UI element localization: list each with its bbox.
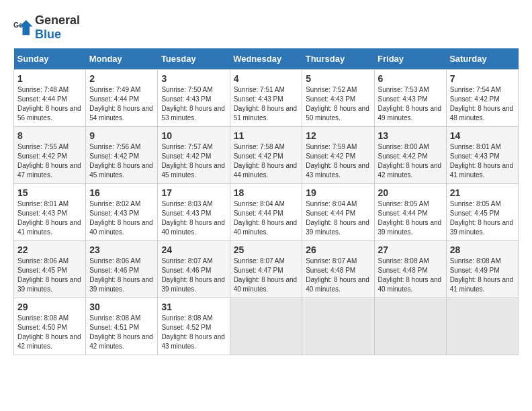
day-header-thursday: Thursday: [302, 48, 374, 70]
day-number: 10: [161, 130, 226, 141]
table-row: 7Sunrise: 7:54 AMSunset: 4:42 PMDaylight…: [446, 70, 518, 127]
day-number: 27: [378, 244, 443, 255]
day-info: Sunrise: 7:58 AMSunset: 4:42 PMDaylight:…: [234, 143, 298, 179]
table-row: 18Sunrise: 8:04 AMSunset: 4:44 PMDayligh…: [230, 184, 302, 241]
day-info: Sunrise: 8:04 AMSunset: 4:44 PMDaylight:…: [306, 200, 369, 236]
calendar-week-2: 8Sunrise: 7:55 AMSunset: 4:42 PMDaylight…: [14, 127, 519, 184]
day-info: Sunrise: 7:48 AMSunset: 4:44 PMDaylight:…: [17, 86, 81, 122]
day-info: Sunrise: 7:57 AMSunset: 4:42 PMDaylight:…: [161, 143, 225, 179]
day-info: Sunrise: 7:55 AMSunset: 4:42 PMDaylight:…: [17, 143, 81, 179]
day-number: 2: [89, 73, 154, 84]
table-row: 4Sunrise: 7:51 AMSunset: 4:43 PMDaylight…: [230, 70, 302, 127]
day-number: 20: [378, 187, 443, 198]
day-info: Sunrise: 8:04 AMSunset: 4:44 PMDaylight:…: [234, 200, 298, 236]
day-info: Sunrise: 8:07 AMSunset: 4:46 PMDaylight:…: [161, 257, 225, 293]
day-header-tuesday: Tuesday: [158, 48, 230, 70]
logo-blue-text: Blue: [35, 28, 61, 41]
logo-icon: Gen: [13, 17, 34, 38]
day-number: 6: [378, 73, 443, 84]
logo: Gen General Blue: [13, 13, 80, 42]
day-header-friday: Friday: [374, 48, 446, 70]
table-row: 20Sunrise: 8:05 AMSunset: 4:44 PMDayligh…: [374, 184, 446, 241]
table-row: 26Sunrise: 8:07 AMSunset: 4:48 PMDayligh…: [302, 241, 374, 298]
table-row: 21Sunrise: 8:05 AMSunset: 4:45 PMDayligh…: [446, 184, 518, 241]
day-info: Sunrise: 8:08 AMSunset: 4:52 PMDaylight:…: [161, 314, 225, 350]
day-info: Sunrise: 8:07 AMSunset: 4:47 PMDaylight:…: [234, 257, 298, 293]
table-row: 24Sunrise: 8:07 AMSunset: 4:46 PMDayligh…: [158, 241, 230, 298]
day-info: Sunrise: 8:08 AMSunset: 4:48 PMDaylight:…: [378, 257, 442, 293]
day-number: 14: [450, 130, 515, 141]
day-number: 31: [161, 302, 226, 312]
day-number: 11: [234, 130, 299, 141]
calendar-week-1: 1Sunrise: 7:48 AMSunset: 4:44 PMDaylight…: [14, 70, 519, 127]
calendar-week-5: 29Sunrise: 8:08 AMSunset: 4:50 PMDayligh…: [14, 298, 519, 355]
day-info: Sunrise: 8:00 AMSunset: 4:42 PMDaylight:…: [378, 143, 442, 179]
day-number: 25: [234, 244, 299, 255]
table-row: 23Sunrise: 8:06 AMSunset: 4:46 PMDayligh…: [86, 241, 158, 298]
day-info: Sunrise: 8:01 AMSunset: 4:43 PMDaylight:…: [450, 143, 514, 179]
day-info: Sunrise: 8:08 AMSunset: 4:50 PMDaylight:…: [17, 314, 81, 350]
day-number: 4: [234, 73, 299, 84]
day-header-sunday: Sunday: [14, 48, 86, 70]
table-row: 12Sunrise: 7:59 AMSunset: 4:42 PMDayligh…: [302, 127, 374, 184]
day-number: 3: [161, 73, 226, 84]
table-row: 10Sunrise: 7:57 AMSunset: 4:42 PMDayligh…: [158, 127, 230, 184]
table-row: [230, 298, 302, 355]
calendar: SundayMondayTuesdayWednesdayThursdayFrid…: [13, 48, 519, 355]
day-number: 21: [450, 187, 515, 198]
calendar-week-3: 15Sunrise: 8:01 AMSunset: 4:43 PMDayligh…: [14, 184, 519, 241]
day-info: Sunrise: 8:03 AMSunset: 4:43 PMDaylight:…: [161, 200, 225, 236]
table-row: [446, 298, 518, 355]
table-row: 8Sunrise: 7:55 AMSunset: 4:42 PMDaylight…: [14, 127, 86, 184]
table-row: 25Sunrise: 8:07 AMSunset: 4:47 PMDayligh…: [230, 241, 302, 298]
day-info: Sunrise: 7:49 AMSunset: 4:44 PMDaylight:…: [89, 86, 153, 122]
day-header-monday: Monday: [86, 48, 158, 70]
day-info: Sunrise: 7:54 AMSunset: 4:42 PMDaylight:…: [450, 86, 514, 122]
table-row: 11Sunrise: 7:58 AMSunset: 4:42 PMDayligh…: [230, 127, 302, 184]
table-row: 17Sunrise: 8:03 AMSunset: 4:43 PMDayligh…: [158, 184, 230, 241]
day-info: Sunrise: 7:56 AMSunset: 4:42 PMDaylight:…: [89, 143, 153, 179]
table-row: 22Sunrise: 8:06 AMSunset: 4:45 PMDayligh…: [14, 241, 86, 298]
day-info: Sunrise: 7:51 AMSunset: 4:43 PMDaylight:…: [234, 86, 298, 122]
day-number: 28: [450, 244, 515, 255]
table-row: 31Sunrise: 8:08 AMSunset: 4:52 PMDayligh…: [158, 298, 230, 355]
table-row: [302, 298, 374, 355]
day-number: 23: [89, 244, 154, 255]
day-number: 22: [17, 244, 82, 255]
day-header-saturday: Saturday: [446, 48, 518, 70]
day-info: Sunrise: 8:06 AMSunset: 4:46 PMDaylight:…: [89, 257, 153, 293]
day-info: Sunrise: 8:07 AMSunset: 4:48 PMDaylight:…: [306, 257, 369, 293]
table-row: 1Sunrise: 7:48 AMSunset: 4:44 PMDaylight…: [14, 70, 86, 127]
day-number: 19: [306, 187, 370, 198]
table-row: 29Sunrise: 8:08 AMSunset: 4:50 PMDayligh…: [14, 298, 86, 355]
day-number: 9: [89, 130, 154, 141]
table-row: 14Sunrise: 8:01 AMSunset: 4:43 PMDayligh…: [446, 127, 518, 184]
day-number: 17: [161, 187, 226, 198]
table-row: 3Sunrise: 7:50 AMSunset: 4:43 PMDaylight…: [158, 70, 230, 127]
day-info: Sunrise: 8:05 AMSunset: 4:44 PMDaylight:…: [378, 200, 442, 236]
table-row: 28Sunrise: 8:08 AMSunset: 4:49 PMDayligh…: [446, 241, 518, 298]
day-info: Sunrise: 8:08 AMSunset: 4:51 PMDaylight:…: [89, 314, 153, 350]
table-row: 9Sunrise: 7:56 AMSunset: 4:42 PMDaylight…: [86, 127, 158, 184]
table-row: 27Sunrise: 8:08 AMSunset: 4:48 PMDayligh…: [374, 241, 446, 298]
day-header-wednesday: Wednesday: [230, 48, 302, 70]
day-number: 29: [17, 302, 82, 312]
table-row: 30Sunrise: 8:08 AMSunset: 4:51 PMDayligh…: [86, 298, 158, 355]
day-info: Sunrise: 7:52 AMSunset: 4:43 PMDaylight:…: [306, 86, 369, 122]
day-number: 30: [89, 302, 154, 312]
table-row: 13Sunrise: 8:00 AMSunset: 4:42 PMDayligh…: [374, 127, 446, 184]
table-row: 6Sunrise: 7:53 AMSunset: 4:43 PMDaylight…: [374, 70, 446, 127]
table-row: [374, 298, 446, 355]
logo-text: General: [35, 13, 80, 27]
day-number: 16: [89, 187, 154, 198]
day-number: 26: [306, 244, 370, 255]
day-info: Sunrise: 8:06 AMSunset: 4:45 PMDaylight:…: [17, 257, 81, 293]
day-number: 24: [161, 244, 226, 255]
day-number: 8: [17, 130, 82, 141]
table-row: 16Sunrise: 8:02 AMSunset: 4:43 PMDayligh…: [86, 184, 158, 241]
header-row: SundayMondayTuesdayWednesdayThursdayFrid…: [14, 48, 519, 70]
table-row: 2Sunrise: 7:49 AMSunset: 4:44 PMDaylight…: [86, 70, 158, 127]
day-info: Sunrise: 8:01 AMSunset: 4:43 PMDaylight:…: [17, 200, 81, 236]
day-info: Sunrise: 8:02 AMSunset: 4:43 PMDaylight:…: [89, 200, 153, 236]
day-number: 18: [234, 187, 299, 198]
